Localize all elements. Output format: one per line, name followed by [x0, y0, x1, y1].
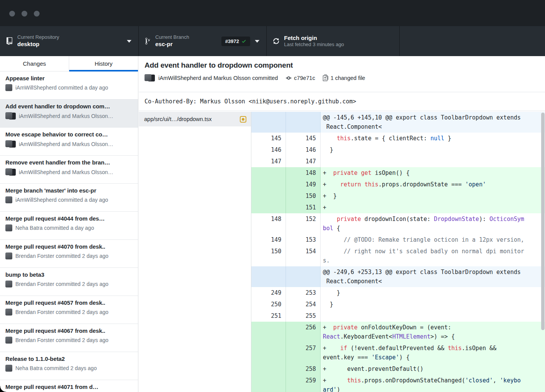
commit-list-item[interactable]: Release to 1.1.0-beta2Neha Batra committ…	[0, 352, 138, 380]
avatar	[5, 196, 12, 203]
avatar	[5, 337, 12, 344]
new-line-number	[286, 112, 321, 133]
diff-code-line: + }	[321, 190, 545, 202]
chevron-down-icon	[255, 40, 259, 43]
diff-row: 249253 }	[251, 287, 545, 299]
avatar	[5, 252, 12, 259]
commit-list-item[interactable]: Merge branch 'master' into esc-priAmWill…	[0, 184, 138, 212]
fetch-origin-button[interactable]: Fetch origin Last fetched 3 minutes ago	[266, 26, 400, 56]
commit-list-item[interactable]: Merge pull request #4057 from desk..Bren…	[0, 296, 138, 324]
commit-item-title: Merge branch 'master' into esc-pr	[5, 187, 133, 194]
pr-number-badge[interactable]: #3972	[221, 37, 250, 46]
old-line-number: 147	[251, 156, 286, 167]
commit-item-title: Release to 1.1.0-beta2	[5, 355, 133, 362]
old-line-number: 149	[251, 234, 286, 246]
commit-list-item[interactable]: Appease linteriAmWillShepherd committed …	[0, 71, 138, 100]
commit-item-meta: Brendan Forster committed 2 days ago	[15, 337, 108, 343]
diff-row: 256+ private onFoldoutKeyDown = (event: …	[251, 322, 545, 342]
commit-sha: c79e71c	[294, 75, 315, 81]
commit-item-meta: iAmWillShepherd and Markus Olsson…	[19, 141, 113, 147]
fetch-origin-title: Fetch origin	[284, 35, 344, 42]
new-line-number: 147	[286, 156, 321, 167]
new-line-number: 258	[286, 363, 321, 375]
old-line-number: 145	[251, 133, 286, 144]
diff-row: 250254 }	[251, 299, 545, 310]
diff-code-line: }	[321, 299, 545, 310]
commit-list-item[interactable]: Merge pull request #4070 from desk..Bren…	[0, 240, 138, 268]
commit-list-item[interactable]: Merge pull request #4044 from des…Neha B…	[0, 212, 138, 240]
commit-item-title: Add event handler to dropdown com…	[5, 103, 133, 110]
modified-file-icon	[240, 116, 246, 123]
commit-item-title: Remove event handler from the bran…	[5, 159, 133, 166]
diff-row: 145145 this.state = { clientRect: null }	[251, 133, 545, 144]
new-line-number: 259	[286, 375, 321, 392]
diff-code-line	[321, 310, 545, 322]
diff-row: @@ -145,6 +145,10 @@ export class Toolba…	[251, 112, 545, 133]
tab-history[interactable]: History	[69, 56, 138, 71]
diff-code-line: + return this.props.dropdownState === 'o…	[321, 179, 545, 190]
git-commit-icon	[286, 75, 292, 81]
new-line-number: 255	[286, 310, 321, 322]
old-line-number	[251, 375, 286, 392]
commit-item-title: Move escape behavior to correct co…	[5, 131, 133, 138]
diff-code-line	[321, 156, 545, 167]
commit-item-meta: iAmWillShepherd and Markus Olsson…	[19, 113, 113, 119]
diff-row: 148+ private get isOpen() {	[251, 167, 545, 179]
commit-item-meta: iAmWillShepherd committed a day ago	[15, 197, 108, 203]
diff-code-line: // right now it's scaled badly on normal…	[321, 246, 545, 266]
commit-list-item[interactable]: Merge pull request #4067 from desk..Bren…	[0, 324, 138, 352]
avatar	[5, 281, 12, 287]
diff-row: 149+ return this.props.dropdownState ===…	[251, 179, 545, 190]
commit-item-meta: Brendan Forster committed 2 days ago	[15, 253, 108, 259]
commit-item-meta: Neha Batra committed 2 days ago	[15, 365, 97, 371]
commit-item-title: Merge pull request #4044 from des…	[5, 215, 133, 222]
tab-changes[interactable]: Changes	[0, 56, 69, 71]
close-window-button[interactable]	[9, 11, 15, 17]
diff-code-line: + private onFoldoutKeyDown = (event: Rea…	[321, 322, 545, 342]
old-line-number	[251, 266, 286, 287]
old-line-number	[251, 190, 286, 202]
commit-list-item[interactable]: Add event handler to dropdown com…iAmWil…	[0, 100, 138, 128]
minimize-window-button[interactable]	[22, 11, 27, 17]
commit-item-title: Appease linter	[5, 75, 133, 81]
diff-row: @@ -249,6 +253,13 @@ export class Toolba…	[251, 266, 545, 287]
diff-code-line: + event.preventDefault()	[321, 363, 545, 375]
avatar	[5, 168, 16, 176]
file-row[interactable]: app/src/ui/t…/dropdown.tsx	[139, 112, 251, 126]
current-repository-name: desktop	[17, 41, 59, 48]
commit-item-meta: iAmWillShepherd and Markus Olsson…	[19, 169, 113, 175]
chevron-down-icon	[127, 40, 131, 43]
avatar	[5, 365, 12, 372]
diff-view: @@ -145,6 +145,10 @@ export class Toolba…	[251, 112, 545, 392]
commit-detail-panel: Add event handler to dropdown component …	[139, 56, 545, 392]
diff-row: 150154 // right now it's scaled badly on…	[251, 246, 545, 266]
current-repository-button[interactable]: Current Repository desktop	[0, 26, 138, 56]
new-line-number: 154	[286, 246, 321, 266]
old-line-number	[251, 179, 286, 190]
new-line-number: 151	[286, 202, 321, 213]
new-line-number: 148	[286, 167, 321, 179]
file-path: app/src/ui/t…/dropdown.tsx	[144, 116, 240, 122]
new-line-number: 153	[286, 234, 321, 246]
commit-list-item[interactable]: Move escape behavior to correct co…iAmWi…	[0, 128, 138, 156]
zoom-window-button[interactable]	[34, 11, 40, 17]
commit-list-item[interactable]: bump to beta3Brendan Forster committed 2…	[0, 268, 138, 296]
diff-row: 146146 }	[251, 144, 545, 156]
commit-list-item[interactable]: Remove event handler from the bran…iAmWi…	[0, 156, 138, 184]
commit-list: Appease linteriAmWillShepherd committed …	[0, 71, 138, 392]
diff-row: 151+	[251, 202, 545, 213]
commit-item-title: Merge pull request #4057 from desk..	[5, 299, 133, 306]
new-line-number: 149	[286, 179, 321, 190]
commit-item-meta: Brendan Forster committed 2 days ago	[15, 281, 108, 287]
diff-row: 257+ if (!event.defaultPrevented && this…	[251, 342, 545, 363]
avatar	[5, 84, 12, 91]
diff-code-line: + if (!event.defaultPrevented && this.is…	[321, 342, 545, 363]
commit-item-title: bump to beta3	[5, 271, 133, 278]
commit-list-item[interactable]: Merge pull request #4071 from d…	[0, 380, 138, 392]
old-line-number	[251, 363, 286, 375]
commit-item-title: Merge pull request #4071 from d…	[5, 384, 133, 390]
diff-scrollbar-thumb[interactable]	[541, 113, 545, 330]
current-branch-button[interactable]: Current Branch esc-pr #3972	[138, 26, 266, 56]
toolbar: Current Repository desktop Current Branc…	[0, 26, 545, 56]
diff-row: 259+ this.props.onDropdownStateChanged('…	[251, 375, 545, 392]
